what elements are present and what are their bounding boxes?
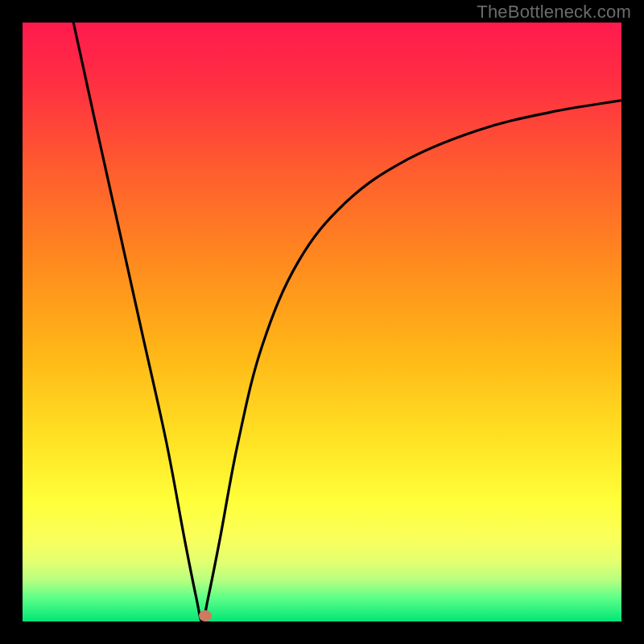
- optimal-point-marker: [199, 610, 212, 621]
- watermark-text: TheBottleneck.com: [477, 2, 631, 23]
- chart-stage: TheBottleneck.com: [0, 0, 644, 644]
- bottleneck-curve: [23, 23, 621, 621]
- plot-area: [23, 23, 621, 621]
